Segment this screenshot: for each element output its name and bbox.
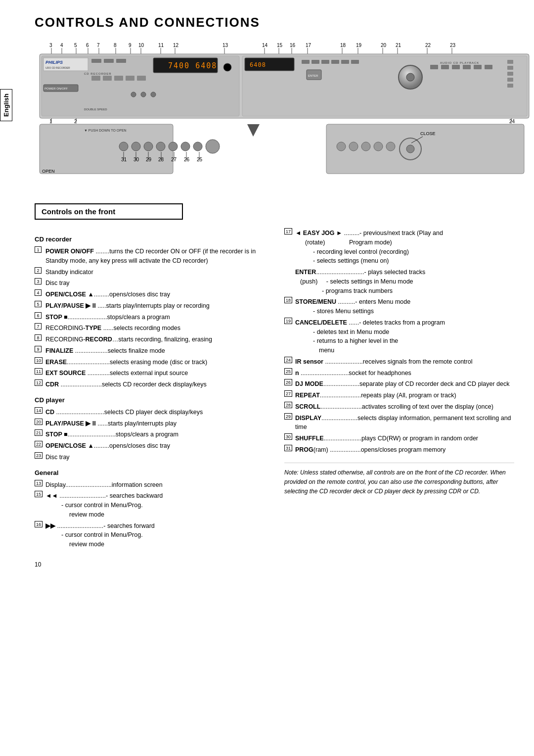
svg-rect-68 bbox=[321, 60, 329, 64]
list-item: 17 ◄ EASY JOG ► .........- previous/next… bbox=[284, 229, 514, 266]
list-item: 31 PROG(ram) ..................opens/clo… bbox=[284, 445, 514, 455]
svg-rect-82 bbox=[507, 60, 513, 64]
svg-text:1: 1 bbox=[49, 119, 52, 124]
svg-text:20: 20 bbox=[381, 43, 387, 48]
svg-rect-55 bbox=[137, 76, 146, 81]
list-item: 18 STORE/MENU ..........- enters Menu mo… bbox=[284, 297, 514, 316]
svg-rect-86 bbox=[507, 84, 513, 88]
svg-rect-52 bbox=[103, 76, 112, 81]
svg-text:5: 5 bbox=[74, 43, 77, 48]
page-title: CONTROLS AND CONNECTIONS bbox=[35, 15, 514, 30]
svg-rect-83 bbox=[507, 66, 513, 70]
svg-text:18: 18 bbox=[340, 43, 346, 48]
list-item: 11 EXT SOURCE .............selects exter… bbox=[35, 369, 265, 378]
left-column: CD recorder 1 POWER ON/OFF ........turns… bbox=[35, 229, 265, 551]
svg-text:AUDIO CD PLAYBACK: AUDIO CD PLAYBACK bbox=[440, 61, 479, 64]
svg-rect-47 bbox=[91, 59, 101, 63]
svg-rect-85 bbox=[507, 78, 513, 82]
svg-text:29: 29 bbox=[146, 157, 152, 162]
svg-marker-121 bbox=[247, 124, 260, 137]
list-item: 9 FINALIZE ...................selects fi… bbox=[35, 346, 265, 356]
language-tab: English bbox=[0, 89, 12, 121]
list-item: 5 PLAY/PAUSE ▶ II .....starts play/inter… bbox=[35, 301, 265, 311]
svg-rect-78 bbox=[452, 65, 460, 69]
svg-text:11: 11 bbox=[158, 43, 164, 48]
svg-rect-70 bbox=[341, 60, 349, 64]
list-item: 26 DJ MODE.....................separate … bbox=[284, 379, 514, 389]
list-item: ENTER............................- plays… bbox=[284, 268, 514, 295]
list-item: 16 ▶▶ ...........................- searc… bbox=[35, 521, 265, 549]
svg-point-60 bbox=[141, 92, 146, 97]
svg-rect-67 bbox=[312, 60, 319, 64]
svg-point-106 bbox=[206, 140, 220, 153]
svg-text:10: 10 bbox=[138, 43, 144, 48]
list-item: 10 ERASE.........................selects… bbox=[35, 358, 265, 367]
svg-rect-84 bbox=[507, 72, 513, 76]
list-item: 15 ◄◄ ...........................- searc… bbox=[35, 491, 265, 519]
list-item: 29 DISPLAY.....................selects d… bbox=[284, 414, 514, 432]
svg-text:30: 30 bbox=[134, 157, 139, 162]
svg-point-128 bbox=[386, 142, 395, 151]
svg-point-126 bbox=[361, 142, 370, 151]
general-heading: General bbox=[35, 469, 265, 476]
list-item: 1 POWER ON/OFF ........turns the CD reco… bbox=[35, 247, 265, 266]
svg-text:DOUBLE SPEED: DOUBLE SPEED bbox=[84, 108, 107, 111]
svg-text:21: 21 bbox=[396, 43, 401, 48]
svg-point-105 bbox=[193, 142, 202, 151]
svg-text:24: 24 bbox=[509, 119, 515, 124]
svg-point-61 bbox=[151, 92, 156, 97]
list-item: 7 RECORDING-TYPE ......selects recording… bbox=[35, 324, 265, 333]
list-item: 12 CDR ........................selects C… bbox=[35, 380, 265, 389]
svg-point-75 bbox=[406, 73, 414, 81]
svg-rect-51 bbox=[91, 76, 100, 81]
svg-text:31: 31 bbox=[121, 157, 127, 162]
svg-text:13: 13 bbox=[222, 43, 228, 48]
cd-player-heading: CD player bbox=[35, 396, 265, 404]
svg-text:7: 7 bbox=[97, 43, 100, 48]
svg-rect-77 bbox=[441, 65, 449, 69]
svg-rect-54 bbox=[126, 76, 134, 81]
svg-text:3: 3 bbox=[49, 43, 52, 48]
svg-text:PHILIPS: PHILIPS bbox=[45, 60, 63, 65]
svg-text:OPEN: OPEN bbox=[42, 169, 55, 174]
svg-text:CD RECORDER: CD RECORDER bbox=[84, 72, 112, 75]
svg-point-124 bbox=[337, 142, 346, 151]
svg-rect-76 bbox=[430, 65, 438, 69]
svg-text:19: 19 bbox=[356, 43, 362, 48]
svg-point-125 bbox=[349, 142, 358, 151]
svg-point-101 bbox=[144, 142, 153, 151]
note-block: Note: Unless stated otherwise, all contr… bbox=[284, 463, 514, 497]
list-item: 22 OPEN/CLOSE ▲.........opens/closes dis… bbox=[35, 441, 265, 451]
controls-section: Controls on the front CD recorder 1 POWE… bbox=[35, 203, 514, 551]
svg-point-59 bbox=[131, 92, 136, 97]
list-item: 13 Display...........................inf… bbox=[35, 480, 265, 490]
svg-text:POWER ON/OFF: POWER ON/OFF bbox=[44, 87, 68, 90]
svg-rect-69 bbox=[331, 60, 339, 64]
two-column-layout: CD recorder 1 POWER ON/OFF ........turns… bbox=[35, 229, 514, 551]
svg-text:CLOSE: CLOSE bbox=[420, 131, 436, 136]
list-item: 2 Standby indicator bbox=[35, 268, 265, 277]
svg-text:15: 15 bbox=[277, 43, 283, 48]
page: English CONTROLS AND CONNECTIONS 3 4 5 6… bbox=[0, 0, 534, 756]
svg-text:7400 6408: 7400 6408 bbox=[168, 61, 217, 70]
list-item: 21 STOP ■............................sto… bbox=[35, 430, 265, 439]
svg-point-102 bbox=[156, 142, 165, 151]
svg-text:17: 17 bbox=[306, 43, 312, 48]
svg-text:25: 25 bbox=[197, 157, 203, 162]
svg-text:6: 6 bbox=[86, 43, 89, 48]
svg-point-127 bbox=[374, 142, 383, 151]
svg-text:8: 8 bbox=[114, 43, 117, 48]
svg-text:23: 23 bbox=[450, 43, 456, 48]
svg-point-104 bbox=[181, 142, 190, 151]
svg-text:6408: 6408 bbox=[250, 61, 266, 68]
list-item: 28 SCROLL........................activat… bbox=[284, 402, 514, 412]
svg-rect-53 bbox=[114, 76, 123, 81]
svg-text:ENTER: ENTER bbox=[308, 74, 318, 77]
svg-text:16: 16 bbox=[290, 43, 296, 48]
list-item: 30 SHUFFLE......................plays CD… bbox=[284, 434, 514, 443]
svg-text:▼ PUSH DOWN TO OPEN: ▼ PUSH DOWN TO OPEN bbox=[84, 129, 127, 132]
cd-recorder-heading: CD recorder bbox=[35, 236, 265, 243]
svg-point-58 bbox=[223, 63, 231, 71]
list-item: 4 OPEN/CLOSE ▲.........opens/closes disc… bbox=[35, 290, 265, 299]
svg-rect-81 bbox=[485, 65, 492, 69]
